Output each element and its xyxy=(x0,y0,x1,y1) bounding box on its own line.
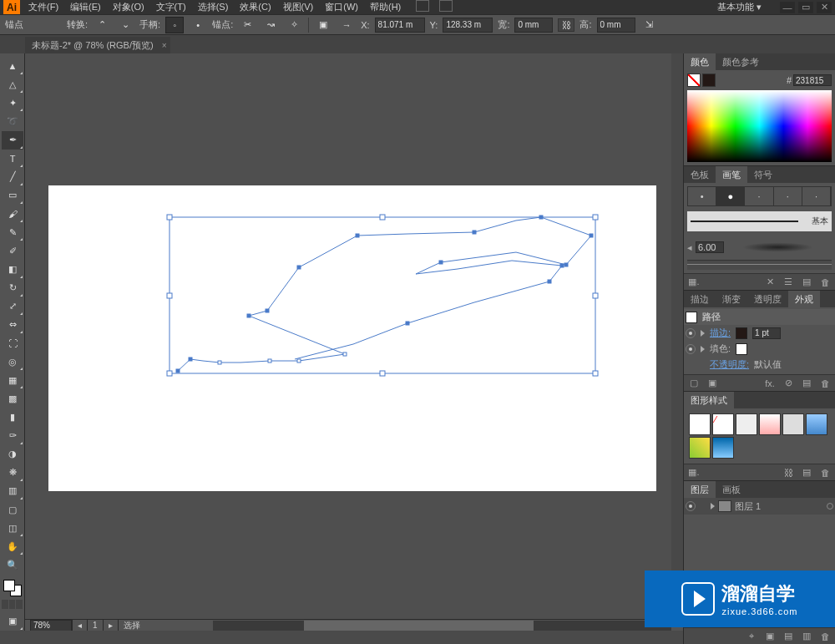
styles-break-icon[interactable]: ⛓ xyxy=(782,467,795,479)
artboard-nav-value[interactable]: 1 xyxy=(87,620,103,631)
close-button[interactable]: ✕ xyxy=(817,2,832,13)
magic-wand-tool-icon[interactable]: ✦ xyxy=(2,94,23,112)
link-wh-icon[interactable]: ⛓ xyxy=(558,18,574,32)
isolate-icon[interactable]: ▣ xyxy=(314,17,332,33)
symbol-sprayer-tool-icon[interactable]: ❋ xyxy=(2,464,23,482)
maximize-button[interactable]: ▭ xyxy=(798,2,813,13)
remove-anchor-icon[interactable]: ✂ xyxy=(238,17,256,33)
color-stroke-swatch[interactable] xyxy=(702,74,716,87)
layers-locate-icon[interactable]: ⌖ xyxy=(745,631,758,642)
artboard[interactable] xyxy=(48,185,656,491)
close-tab-icon[interactable]: × xyxy=(162,41,167,50)
tab-symbols[interactable]: 符号 xyxy=(747,166,779,183)
bridge-icon[interactable] xyxy=(416,0,429,12)
disclosure-icon[interactable] xyxy=(701,346,705,352)
draw-mode-icons[interactable] xyxy=(2,600,23,609)
hand-tool-icon[interactable]: ✋ xyxy=(2,537,23,555)
width-tool-icon[interactable]: ⇔ xyxy=(2,316,23,334)
brush-options-icon[interactable]: ☰ xyxy=(782,276,795,288)
align-pixel-icon[interactable]: → xyxy=(337,17,356,33)
pencil-tool-icon[interactable]: ✎ xyxy=(2,223,23,241)
line-tool-icon[interactable]: ╱ xyxy=(2,168,23,186)
menu-effect[interactable]: 效果(C) xyxy=(235,0,276,14)
fill-swatch[interactable] xyxy=(3,580,15,591)
minimize-button[interactable]: — xyxy=(780,2,795,13)
convert-corner-icon[interactable]: ⌃ xyxy=(93,17,111,33)
perspective-tool-icon[interactable]: ▦ xyxy=(2,371,23,389)
styles-trash-icon[interactable]: 🗑 xyxy=(818,467,832,479)
disclosure-icon[interactable] xyxy=(701,330,705,337)
layer-name[interactable]: 图层 1 xyxy=(735,500,761,513)
appearance-fx-icon[interactable]: fx. xyxy=(763,378,777,389)
menu-edit[interactable]: 编辑(E) xyxy=(65,0,106,14)
fill-color-swatch[interactable] xyxy=(736,343,747,355)
gradient-tool-icon[interactable]: ▮ xyxy=(2,408,23,426)
stroke-color-swatch[interactable] xyxy=(736,327,747,339)
hide-handles-icon[interactable]: • xyxy=(189,17,207,33)
document-tab[interactable]: 未标题-2* @ 78% (RGB/预览) × xyxy=(25,37,170,53)
artboard-nav-prev[interactable]: ◂ xyxy=(72,620,87,631)
mesh-tool-icon[interactable]: ▩ xyxy=(2,389,23,408)
style-swatch[interactable]: ⁄ xyxy=(712,413,734,435)
tab-color[interactable]: 颜色 xyxy=(684,53,716,70)
brush-basic[interactable]: 基本 xyxy=(687,211,832,231)
canvas[interactable]: 78% ◂ 1 ▸ 选择 xyxy=(25,53,683,631)
x-input[interactable] xyxy=(375,18,425,33)
stroke-link[interactable]: 描边: xyxy=(710,327,731,339)
canvas-vertical-scrollbar[interactable] xyxy=(671,53,683,619)
layers-trash-icon[interactable]: 🗑 xyxy=(818,631,832,642)
styles-new-icon[interactable]: ▤ xyxy=(800,467,813,479)
artboard-tool-icon[interactable]: ▢ xyxy=(2,500,23,519)
show-handles-icon[interactable]: ◦ xyxy=(165,17,184,33)
graph-tool-icon[interactable]: ▥ xyxy=(2,482,23,500)
appearance-opacity-row[interactable]: 不透明度: 默认值 xyxy=(684,357,835,373)
tab-color-guide[interactable]: 颜色参考 xyxy=(716,53,766,70)
brush-list[interactable]: • ● · · · xyxy=(687,186,832,206)
style-swatch[interactable] xyxy=(806,413,827,435)
appearance-stroke-row[interactable]: 描边: xyxy=(684,325,835,341)
paintbrush-tool-icon[interactable]: 🖌 xyxy=(2,205,23,223)
tab-graphic-styles[interactable]: 图形样式 xyxy=(684,392,734,408)
rotate-tool-icon[interactable]: ↻ xyxy=(2,279,23,297)
visibility-eye-icon[interactable] xyxy=(686,328,696,338)
menu-window[interactable]: 窗口(W) xyxy=(320,0,363,14)
hex-input[interactable] xyxy=(793,74,832,86)
free-transform-tool-icon[interactable]: ⛶ xyxy=(2,334,23,352)
brush-remove-icon[interactable]: ✕ xyxy=(763,276,777,288)
brush-lib-icon[interactable]: ▦. xyxy=(687,276,701,288)
blob-brush-tool-icon[interactable]: ✐ xyxy=(2,241,23,260)
appearance-new-icon[interactable]: ▢ xyxy=(687,378,701,389)
style-swatch[interactable] xyxy=(759,413,781,435)
connect-anchor-icon[interactable]: ↝ xyxy=(261,17,280,33)
direct-selection-tool-icon[interactable]: △ xyxy=(2,75,23,94)
tab-stroke[interactable]: 描边 xyxy=(684,291,716,307)
tab-transparency[interactable]: 透明度 xyxy=(747,291,788,307)
appearance-dup-icon[interactable]: ▣ xyxy=(706,378,719,389)
slice-tool-icon[interactable]: ◫ xyxy=(2,519,23,537)
menu-select[interactable]: 选择(S) xyxy=(193,0,234,14)
selection-tool-icon[interactable]: ▲ xyxy=(2,57,23,75)
visibility-eye-icon[interactable] xyxy=(686,344,696,354)
lasso-tool-icon[interactable]: ➰ xyxy=(2,112,23,130)
tab-layers[interactable]: 图层 xyxy=(684,481,716,498)
menu-file[interactable]: 文件(F) xyxy=(23,0,63,14)
stroke-weight-input[interactable] xyxy=(752,327,781,339)
pen-tool-icon[interactable]: ✒ xyxy=(2,131,23,150)
style-swatch[interactable] xyxy=(712,437,734,459)
h-input[interactable] xyxy=(597,18,635,33)
styles-lib-icon[interactable]: ▦. xyxy=(687,467,701,479)
eyedropper-tool-icon[interactable]: ✑ xyxy=(2,427,23,445)
brush-size-input[interactable] xyxy=(696,241,724,253)
brush-trash-icon[interactable]: 🗑 xyxy=(818,276,832,288)
layer-row[interactable]: 图层 1 xyxy=(684,498,835,515)
style-swatch[interactable] xyxy=(736,413,757,435)
color-spectrum[interactable] xyxy=(687,90,832,162)
layers-sub-icon[interactable]: ▤ xyxy=(782,631,795,642)
layer-visibility-icon[interactable] xyxy=(686,501,696,511)
arrange-icon[interactable] xyxy=(439,0,453,12)
menu-type[interactable]: 文字(T) xyxy=(151,0,191,14)
layer-target-icon[interactable] xyxy=(827,503,833,510)
rectangle-tool-icon[interactable]: ▭ xyxy=(2,186,23,205)
screen-mode-icon[interactable]: ▣ xyxy=(2,612,23,631)
transform-icon[interactable]: ⇲ xyxy=(640,17,659,33)
